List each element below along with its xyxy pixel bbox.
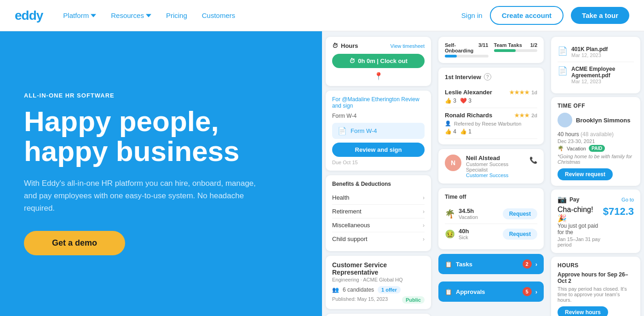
hero-description: With Eddy's all-in-one HR platform you c… <box>24 177 263 215</box>
pay-amount: $712.3 <box>603 206 634 218</box>
hero-subtitle: ALL-IN-ONE HR SOFTWARE <box>24 92 298 99</box>
tasks-badge: 2 <box>523 259 532 269</box>
job-card: Customer Service Representative Engineer… <box>326 256 431 309</box>
review-sign-button[interactable]: Review and sign <box>332 143 425 157</box>
sick-row: 🤢 40h Sick Request <box>445 224 537 244</box>
avatar: N <box>445 155 461 171</box>
benefits-title: Benefits & Deductions <box>332 181 425 187</box>
pay-section-card: 📷 Pay Go to Cha-ching! 🎉 You just got pa… <box>551 190 640 253</box>
nav-platform[interactable]: Platform <box>58 11 102 19</box>
location-icon: 📍 <box>332 72 425 80</box>
tasks-icon: 📋 <box>445 261 452 268</box>
chevron-right-icon: › <box>535 288 537 295</box>
hours-section-card: HOURS Approve hours for Sep 26–Oct 2 Thi… <box>551 257 640 316</box>
nav-customers[interactable]: Customers <box>196 11 241 19</box>
pdf-item: 📄 ACME Employee Agreement.pdf Mar 12, 20… <box>558 62 634 88</box>
chevron-down-icon <box>146 13 151 18</box>
navbar: eddy Platform Resources Pricing Customer… <box>0 0 644 31</box>
benefit-health[interactable]: Health › <box>332 191 425 205</box>
form-subtitle: Form W-4 <box>332 113 425 119</box>
help-icon[interactable]: ? <box>484 73 491 80</box>
reaction: 👍 1 <box>460 128 472 135</box>
chevron-right-icon: › <box>423 208 425 215</box>
hours-label: ⏱ Hours <box>332 42 358 49</box>
time-off-person: Brooklyn Simmons <box>558 113 634 127</box>
benefit-misc[interactable]: Miscellaneous › <box>332 218 425 232</box>
form-for-text: For @Madaline Etherington Review and sig… <box>332 96 425 109</box>
hero-title: Happy people, happy business <box>24 106 298 166</box>
job-title: Customer Service Representative <box>332 261 425 276</box>
pdf-icon: 📄 <box>558 66 568 76</box>
onboarding-card: Self-Onboarding 3/11 Team Tasks 1/2 <box>438 37 544 63</box>
benefit-childsupport[interactable]: Child support › <box>332 232 425 246</box>
mockup-column-3: 📄 401K Plan.pdf Mar 12, 2023 📄 ACME Empl… <box>547 31 644 316</box>
to-dates: Dec 23-30, 2021 <box>558 138 634 144</box>
candidate-row: Ronald Richards ★★★ 2d 👤 Referred by Ree… <box>445 108 537 139</box>
chevron-right-icon: › <box>535 261 537 268</box>
to-avatar <box>558 113 572 127</box>
hours-section-title: HOURS <box>558 262 634 269</box>
time-off-section-card: TIME OFF Brooklyn Simmons 40 hours (48 a… <box>551 97 640 186</box>
hero-section: ALL-IN-ONE HR SOFTWARE Happy people, hap… <box>0 31 322 316</box>
offer-badge: 1 offer <box>378 286 401 293</box>
tasks-row[interactable]: 📋 Tasks 2 › <box>438 254 544 274</box>
chevron-right-icon: › <box>423 222 425 229</box>
to-message: *Going home to be with family for Christ… <box>558 154 634 165</box>
reaction: ❤️ 3 <box>460 98 472 104</box>
sick-request-button[interactable]: Request <box>503 229 537 240</box>
vacation-row: 🌴 34.5h Vacation Request <box>445 204 537 224</box>
form-item[interactable]: 📄 Form W-4 <box>332 123 425 139</box>
candidate-row: Leslie Alexander ★★★★ 1d 👍 3 ❤️ 3 <box>445 85 537 108</box>
review-hours-button[interactable]: Review hours <box>558 306 608 316</box>
to-details: 40 hours (48 available) <box>558 131 634 138</box>
mockup-column-2: Self-Onboarding 3/11 Team Tasks 1/2 <box>435 31 547 316</box>
sign-in-link[interactable]: Sign in <box>461 11 483 19</box>
hours-card: ⏱ Hours View timesheet ⏱ 0h 0m | Clock o… <box>326 37 431 86</box>
navbar-left: eddy Platform Resources Pricing Customer… <box>15 8 241 23</box>
rating-stars: ★★★ <box>514 112 529 119</box>
right-panel: ⏱ Hours View timesheet ⏱ 0h 0m | Clock o… <box>322 31 644 316</box>
to-type: 🌴 Vacation PAID <box>558 145 634 152</box>
chevron-right-icon: › <box>423 195 425 201</box>
approvals-icon: 📋 <box>445 288 452 295</box>
go-to-pay-link[interactable]: Go to <box>621 197 634 202</box>
form-icon: 📄 <box>338 126 347 135</box>
pay-icon: 📷 <box>558 195 567 204</box>
job-candidates: 👥 6 candidates 1 offer <box>332 286 425 293</box>
view-timesheet-link[interactable]: View timesheet <box>391 43 425 49</box>
approvals-badge: 5 <box>523 287 532 296</box>
self-onboarding-progress: Self-Onboarding 3/11 <box>445 42 489 57</box>
review-request-button[interactable]: Review request <box>558 168 613 180</box>
due-date: Due Oct 15 <box>332 160 425 165</box>
benefits-card: Benefits & Deductions Health › Retiremen… <box>326 175 431 251</box>
time-off-section-title: TIME OFF <box>558 103 634 109</box>
benefit-retirement[interactable]: Retirement › <box>332 205 425 218</box>
navbar-right: Sign in Create account Take a tour <box>461 6 629 25</box>
job-dept: Engineering · ACME Global HQ <box>332 277 425 282</box>
sick-icon: 🤢 <box>445 229 455 239</box>
clock-out-button[interactable]: ⏱ 0h 0m | Clock out <box>332 54 425 68</box>
phone-icon[interactable]: 📞 <box>529 156 537 164</box>
paid-badge: PAID <box>589 145 605 152</box>
person-info: Neil Alstead Customer Success Specialist… <box>466 155 525 178</box>
vacation-request-button[interactable]: Request <box>503 208 537 219</box>
public-badge: Public <box>402 296 425 304</box>
form-card: For @Madaline Etherington Review and sig… <box>326 91 431 171</box>
pdf-item: 📄 401K Plan.pdf Mar 12, 2023 <box>558 42 634 62</box>
mockup-column-1: ⏱ Hours View timesheet ⏱ 0h 0m | Clock o… <box>322 31 435 316</box>
create-account-button[interactable]: Create account <box>490 6 564 25</box>
approvals-row[interactable]: 📋 Approvals 5 › <box>438 282 544 302</box>
files-card: 📄 401K Plan.pdf Mar 12, 2023 📄 ACME Empl… <box>551 37 640 93</box>
logo[interactable]: eddy <box>15 8 43 23</box>
chevron-right-icon: › <box>423 236 425 242</box>
take-tour-button[interactable]: Take a tour <box>571 7 629 24</box>
published-date: Published: May 15, 2023 Public <box>332 296 425 302</box>
person-card: N Neil Alstead Customer Success Speciali… <box>438 149 544 184</box>
nav-resources[interactable]: Resources <box>105 11 157 19</box>
vacation-icon: 🌴 <box>445 209 455 219</box>
timeoff-card: Time off 🌴 34.5h Vacation Request 🤢 <box>438 188 544 249</box>
time-clock-bar: ✕ Time clock locations <box>326 314 431 316</box>
get-demo-button[interactable]: Get a demo <box>24 231 125 255</box>
nav-pricing[interactable]: Pricing <box>161 11 193 19</box>
reaction: 👍 3 <box>445 98 456 104</box>
